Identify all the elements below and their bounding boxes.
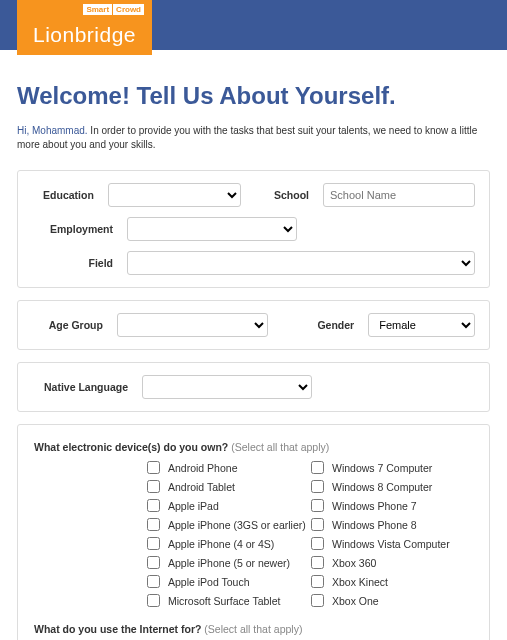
label-gender: Gender [288,319,359,331]
device-checkbox[interactable] [147,518,160,531]
device-checkbox[interactable] [147,461,160,474]
list-item: Microsoft Surface Tablet [147,594,311,607]
device-checkbox[interactable] [311,556,324,569]
list-item: Windows 7 Computer [311,461,475,474]
checkbox-label: Apple iPhone (3GS or earlier) [168,519,306,531]
label-field: Field [32,257,117,269]
checkbox-label: Windows Vista Computer [332,538,450,550]
list-item: Xbox 360 [311,556,475,569]
device-checkbox[interactable] [147,480,160,493]
q1-title-text: What electronic device(s) do you own? [34,441,228,453]
checkbox-label: Windows Phone 7 [332,500,417,512]
panel-education: Education School Employment Field [17,170,490,288]
list-item: Windows 8 Computer [311,480,475,493]
list-item: Apple iPhone (5 or newer) [147,556,311,569]
panel-demographics: Age Group Gender Female [17,300,490,350]
q1-hint: (Select all that apply) [231,441,329,453]
checkbox-label: Windows 8 Computer [332,481,432,493]
device-checkbox[interactable] [311,480,324,493]
employment-select[interactable] [127,217,297,241]
device-checkbox[interactable] [147,556,160,569]
logo-badge-smart: Smart [83,4,112,15]
native-language-select[interactable] [142,375,312,399]
label-school: School [251,189,313,201]
school-input[interactable] [323,183,475,207]
logo-text: Lionbridge [33,23,136,47]
checkbox-label: Apple iPod Touch [168,576,250,588]
q2-hint: (Select all that apply) [204,623,302,635]
device-checkbox[interactable] [147,575,160,588]
label-native-language: Native Language [32,381,132,393]
list-item: Xbox Kinect [311,575,475,588]
checkbox-label: Xbox 360 [332,557,376,569]
list-item: Android Tablet [147,480,311,493]
list-item: Apple iPhone (3GS or earlier) [147,518,311,531]
device-checkbox[interactable] [311,461,324,474]
page-title: Welcome! Tell Us About Yourself. [17,82,490,110]
list-item: Xbox One [311,594,475,607]
gender-select[interactable]: Female [368,313,475,337]
q2-title: What do you use the Internet for? (Selec… [34,623,475,635]
device-checkbox[interactable] [147,537,160,550]
checkbox-label: Xbox One [332,595,379,607]
checkbox-label: Android Phone [168,462,237,474]
list-item: Apple iPod Touch [147,575,311,588]
intro-text: Hi, Mohammad. In order to provide you wi… [17,124,490,152]
list-item: Windows Phone 7 [311,499,475,512]
q2-title-text: What do you use the Internet for? [34,623,201,635]
device-checkbox[interactable] [147,499,160,512]
list-item: Windows Vista Computer [311,537,475,550]
device-checkbox[interactable] [147,594,160,607]
logo-badge: Smart Crowd [83,4,144,15]
header-bar: Smart Crowd Lionbridge [0,0,507,50]
device-checkbox[interactable] [311,518,324,531]
label-education: Education [32,189,98,201]
panel-questions: What electronic device(s) do you own? (S… [17,424,490,640]
label-employment: Employment [32,223,117,235]
checkbox-label: Apple iPhone (5 or newer) [168,557,290,569]
age-group-select[interactable] [117,313,268,337]
checkbox-label: Windows 7 Computer [332,462,432,474]
q1-title: What electronic device(s) do you own? (S… [34,441,475,453]
checkbox-label: Windows Phone 8 [332,519,417,531]
logo-badge-crowd: Crowd [113,4,144,15]
checkbox-label: Microsoft Surface Tablet [168,595,280,607]
education-select[interactable] [108,183,241,207]
device-checkbox[interactable] [311,575,324,588]
panel-language: Native Language [17,362,490,412]
device-checkbox[interactable] [311,537,324,550]
checkbox-label: Xbox Kinect [332,576,388,588]
q1-checks: Android PhoneAndroid TabletApple iPadApp… [32,461,475,613]
device-checkbox[interactable] [311,594,324,607]
checkbox-label: Android Tablet [168,481,235,493]
list-item: Windows Phone 8 [311,518,475,531]
logo: Smart Crowd Lionbridge [17,0,152,55]
field-select[interactable] [127,251,475,275]
list-item: Apple iPhone (4 or 4S) [147,537,311,550]
list-item: Apple iPad [147,499,311,512]
greeting: Hi, Mohammad. [17,125,88,136]
list-item: Android Phone [147,461,311,474]
checkbox-label: Apple iPhone (4 or 4S) [168,538,274,550]
label-age-group: Age Group [32,319,107,331]
checkbox-label: Apple iPad [168,500,219,512]
device-checkbox[interactable] [311,499,324,512]
